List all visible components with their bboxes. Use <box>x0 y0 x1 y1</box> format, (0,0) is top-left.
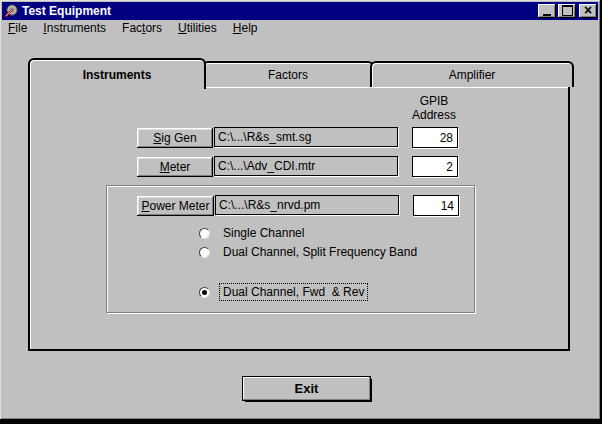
menu-item-utilities[interactable]: Utilities <box>170 20 225 37</box>
radio-button-icon <box>199 228 210 239</box>
radio-dual-channel-fwd-rev-label: Dual Channel, Fwd & Rev <box>220 284 367 300</box>
minimize-icon <box>543 14 551 16</box>
close-icon: × <box>584 4 592 16</box>
tab-instruments[interactable]: Instruments <box>28 58 206 89</box>
menu-item-file[interactable]: File <box>2 20 35 37</box>
radio-dual-channel-split[interactable]: Dual Channel, Split Frequency Band <box>199 245 420 259</box>
radio-single-channel-label: Single Channel <box>220 225 307 241</box>
radio-single-channel[interactable]: Single Channel <box>199 226 307 240</box>
sig-gen-path-field[interactable]: C:\...\R&s_smt.sg <box>214 127 398 147</box>
sig-gen-button[interactable]: Sig Gen <box>137 128 213 148</box>
sig-gen-gpib-field[interactable]: 28 <box>412 127 458 148</box>
meter-path-field[interactable]: C:\...\Adv_CDI.mtr <box>214 156 398 176</box>
radio-dot <box>202 290 207 295</box>
menu-item-factors[interactable]: Factors <box>114 20 170 37</box>
window-title: Test Equipment <box>22 4 111 18</box>
radio-button-icon <box>199 287 210 298</box>
meter-button[interactable]: Meter <box>137 157 213 177</box>
power-meter-path-field[interactable]: C:\...\R&s_nrvd.pm <box>215 195 399 215</box>
maximize-icon <box>562 5 573 16</box>
tab-factors[interactable]: Factors <box>202 61 374 87</box>
minimize-button[interactable] <box>538 4 556 18</box>
tab-instruments-label: Instruments <box>83 68 152 82</box>
menu-bar: File Instruments Factors Utilities Help <box>2 20 598 37</box>
tab-amplifier-label: Amplifier <box>449 68 496 82</box>
meter-gpib-field[interactable]: 2 <box>412 156 458 177</box>
radio-dual-channel-split-label: Dual Channel, Split Frequency Band <box>220 244 420 260</box>
power-meter-groupbox: Power Meter C:\...\R&s_nrvd.pm 14 Single… <box>106 185 475 313</box>
gpib-address-header: GPIB Address <box>404 94 464 122</box>
title-bar[interactable]: Test Equipment × <box>2 2 598 20</box>
close-button[interactable]: × <box>579 4 597 18</box>
app-gauge-icon <box>4 4 18 18</box>
tab-factors-label: Factors <box>268 68 308 82</box>
test-equipment-window: Test Equipment × File Instruments Factor… <box>0 0 600 419</box>
menu-item-help[interactable]: Help <box>225 20 266 37</box>
radio-button-icon <box>199 247 210 258</box>
gpib-header-line2: Address <box>404 108 464 122</box>
menu-item-instruments[interactable]: Instruments <box>35 20 114 37</box>
gpib-header-line1: GPIB <box>404 94 464 108</box>
tab-amplifier[interactable]: Amplifier <box>370 61 574 87</box>
maximize-button[interactable] <box>558 4 576 18</box>
exit-button[interactable]: Exit <box>243 377 370 400</box>
instruments-tab-panel: GPIB Address Sig Gen C:\...\R&s_smt.sg 2… <box>28 85 570 351</box>
power-meter-button[interactable]: Power Meter <box>137 196 214 216</box>
radio-dual-channel-fwd-rev[interactable]: Dual Channel, Fwd & Rev <box>199 285 367 299</box>
power-meter-gpib-field[interactable]: 14 <box>413 195 459 216</box>
